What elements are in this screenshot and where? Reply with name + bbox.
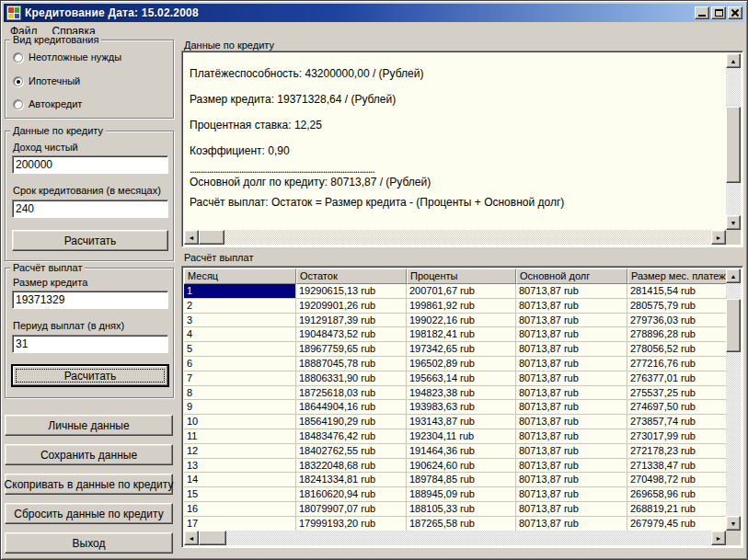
credit-size-field[interactable]: [12, 291, 168, 309]
table-row[interactable]: 1018564190,29 rub193143,87 rub80713,87 r…: [184, 415, 726, 429]
table-cell[interactable]: 80713,87 rub: [516, 473, 627, 487]
table-cell[interactable]: 193143,87 rub: [407, 415, 516, 429]
horizontal-scrollbar[interactable]: ◄ ►: [184, 531, 726, 545]
table-cell[interactable]: 80713,87 rub: [516, 429, 627, 444]
table-cell[interactable]: 276377,01 rub: [627, 371, 726, 386]
table-cell[interactable]: 80713,87 rub: [516, 487, 627, 502]
table-cell[interactable]: 80713,87 rub: [516, 342, 627, 357]
table-row[interactable]: 319129187,39 rub199022,16 rub80713,87 ru…: [184, 314, 726, 328]
calculate-payments-button[interactable]: Расчитать: [12, 365, 168, 386]
table-cell[interactable]: 1: [184, 284, 296, 299]
table-cell[interactable]: 273857,74 rub: [627, 415, 726, 429]
table-cell[interactable]: 189784,85 rub: [407, 473, 516, 487]
table-cell[interactable]: 199861,92 rub: [407, 299, 516, 314]
table-row[interactable]: 1318322048,68 rub190624,60 rub80713,87 r…: [184, 459, 726, 474]
maximize-button[interactable]: [711, 6, 726, 19]
table-row[interactable]: 1418241334,81 rub189784,85 rub80713,87 r…: [184, 473, 726, 487]
table-cell[interactable]: 9: [184, 400, 296, 415]
table-cell[interactable]: 5: [184, 342, 296, 357]
table-cell[interactable]: 271338,47 rub: [627, 459, 726, 474]
table-cell[interactable]: 195663,14 rub: [407, 371, 516, 386]
table-cell[interactable]: 190624,60 rub: [407, 459, 516, 474]
table-row[interactable]: 918644904,16 rub193983,63 rub80713,87 ru…: [184, 400, 726, 415]
table-cell[interactable]: 80713,87 rub: [516, 357, 627, 371]
table-cell[interactable]: 278896,28 rub: [627, 327, 726, 342]
table-cell[interactable]: 280575,79 rub: [627, 299, 726, 314]
table-row[interactable]: 1218402762,55 rub191464,36 rub80713,87 r…: [184, 444, 726, 459]
table-cell[interactable]: 199022,16 rub: [407, 314, 516, 328]
table-cell[interactable]: 17999193,20 rub: [296, 517, 407, 531]
table-cell[interactable]: 18725618,03 rub: [296, 386, 407, 401]
scroll-down-button[interactable]: ▼: [726, 215, 741, 230]
table-cell[interactable]: 15: [184, 487, 296, 502]
table-cell[interactable]: 274697,50 rub: [627, 400, 726, 415]
table-cell[interactable]: 269658,96 rub: [627, 487, 726, 502]
table-cell[interactable]: 14: [184, 473, 296, 487]
table-cell[interactable]: 10: [184, 415, 296, 429]
table-row[interactable]: 1717999193,20 rub187265,58 rub80713,87 r…: [184, 517, 726, 531]
scroll-up-button[interactable]: ▲: [726, 269, 741, 283]
table-cell[interactable]: 3: [184, 314, 296, 328]
table-cell[interactable]: 18806331,90 rub: [296, 371, 407, 386]
table-cell[interactable]: 80713,87 rub: [516, 517, 627, 531]
vertical-scrollbar[interactable]: ▲ ▼: [726, 269, 741, 531]
table-cell[interactable]: 19209901,26 rub: [296, 299, 407, 314]
table-cell[interactable]: 80713,87 rub: [516, 314, 627, 328]
table-cell[interactable]: 80713,87 rub: [516, 444, 627, 459]
table-cell[interactable]: 281415,54 rub: [627, 284, 726, 299]
scrollbar-thumb[interactable]: [199, 230, 224, 245]
table-cell[interactable]: 194823,38 rub: [407, 386, 516, 401]
table-cell[interactable]: 18967759,65 rub: [296, 342, 407, 357]
term-field[interactable]: [12, 200, 168, 218]
scrollbar-track[interactable]: [726, 68, 741, 215]
table-cell[interactable]: 268819,21 rub: [627, 502, 726, 517]
table-cell[interactable]: 18644904,16 rub: [296, 400, 407, 415]
table-cell[interactable]: 272178,23 rub: [627, 444, 726, 459]
income-field[interactable]: [12, 155, 168, 174]
table-cell[interactable]: 192304,11 rub: [407, 429, 516, 444]
table-row[interactable]: 219209901,26 rub199861,92 rub80713,87 ru…: [184, 299, 726, 314]
table-cell[interactable]: 12: [184, 444, 296, 459]
exit-button[interactable]: Выход: [5, 532, 173, 554]
scrollbar-track[interactable]: [199, 531, 711, 545]
column-header-principal[interactable]: Основной долг: [516, 269, 627, 284]
table-cell[interactable]: 18160620,94 rub: [296, 487, 407, 502]
table-row[interactable]: 419048473,52 rub198182,41 rub80713,87 ru…: [184, 327, 726, 342]
table-cell[interactable]: 278056,52 rub: [627, 342, 726, 357]
scroll-right-button[interactable]: ►: [711, 531, 726, 545]
scrollbar-thumb[interactable]: [726, 107, 741, 183]
table-cell[interactable]: 80713,87 rub: [516, 284, 627, 299]
scroll-right-button[interactable]: ►: [711, 230, 726, 245]
scrollbar-track[interactable]: [726, 283, 741, 516]
table-cell[interactable]: 18402762,55 rub: [296, 444, 407, 459]
minimize-button[interactable]: [695, 6, 709, 19]
table-row[interactable]: 1518160620,94 rub188945,09 rub80713,87 r…: [184, 487, 726, 502]
table-cell[interactable]: 6: [184, 357, 296, 371]
table-cell[interactable]: 2: [184, 299, 296, 314]
reset-credit-button[interactable]: Сбросить данные по кредиту: [5, 503, 173, 524]
personal-data-button[interactable]: Личные данные: [5, 415, 173, 436]
table-row[interactable]: 1118483476,42 rub192304,11 rub80713,87 r…: [184, 429, 726, 444]
table-row[interactable]: 718806331,90 rub195663,14 rub80713,87 ru…: [184, 371, 726, 386]
table-cell[interactable]: 18564190,29 rub: [296, 415, 407, 429]
table-cell[interactable]: 18079907,07 rub: [296, 502, 407, 517]
table-row[interactable]: 818725618,03 rub194823,38 rub80713,87 ru…: [184, 386, 726, 401]
close-button[interactable]: [728, 6, 742, 19]
column-header-interest[interactable]: Проценты: [407, 269, 516, 284]
table-cell[interactable]: 200701,67 rub: [407, 284, 516, 299]
table-cell[interactable]: 8: [184, 386, 296, 401]
table-cell[interactable]: 11: [184, 429, 296, 444]
title-bar[interactable]: Кредитование Дата: 15.02.2008: [4, 4, 744, 22]
table-cell[interactable]: 80713,87 rub: [516, 459, 627, 474]
table-cell[interactable]: 18322048,68 rub: [296, 459, 407, 474]
table-cell[interactable]: 187265,58 rub: [407, 517, 516, 531]
column-header-month[interactable]: Месяц: [184, 269, 296, 284]
table-cell[interactable]: 18241334,81 rub: [296, 473, 407, 487]
table-cell[interactable]: 267979,45 rub: [627, 517, 726, 531]
copy-to-credit-button[interactable]: Скопривать в данные по кредиту: [5, 474, 173, 495]
table-cell[interactable]: 198182,41 rub: [407, 327, 516, 342]
table-cell[interactable]: 277216,76 rub: [627, 357, 726, 371]
table-cell[interactable]: 80713,87 rub: [516, 400, 627, 415]
credit-info-area[interactable]: Платёжеспособность: 43200000,00 / (Рубле…: [181, 51, 743, 247]
scrollbar-track[interactable]: [199, 230, 711, 245]
